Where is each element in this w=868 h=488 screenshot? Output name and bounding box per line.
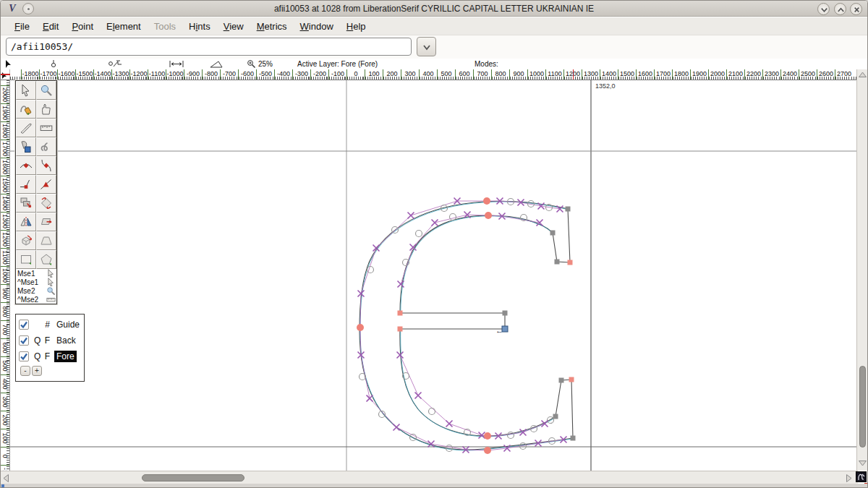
layer-flags[interactable]: # [32,320,51,330]
layer-row-back[interactable]: Q FBack [17,333,84,348]
corner-point[interactable] [559,378,564,383]
outline-path-inner_lower [400,329,556,436]
glyph-name-input[interactable] [6,38,412,56]
corner-point-highlight[interactable] [398,311,403,316]
menu-item-hints[interactable]: Hints [182,19,217,34]
curve-point[interactable] [508,432,514,439]
maximize-button[interactable] [834,3,846,15]
corner-point[interactable] [503,311,508,316]
tool-hvcurve-point[interactable] [36,156,56,175]
control-point-x[interactable] [415,393,422,399]
bottom-strip [1,484,867,488]
scroll-up-icon[interactable] [858,71,867,78]
corner-point[interactable] [571,436,576,441]
tool-skew[interactable] [36,213,56,231]
vertical-scroll-thumb[interactable] [859,366,866,448]
horizontal-scrollbar[interactable] [1,471,858,484]
tool-freehand[interactable] [16,100,36,119]
curve-point[interactable] [367,267,374,273]
layer-flags[interactable]: Q F [32,335,51,346]
tool-hand[interactable] [36,100,56,119]
tool-curve-point[interactable] [16,156,36,175]
corner-point[interactable] [550,231,556,236]
extremum-point[interactable] [357,324,364,331]
extremum-point[interactable] [484,447,491,454]
remove-layer-button[interactable]: - [20,366,30,376]
mouse-binding-mod-mse2[interactable]: ^Mse2 [16,295,56,304]
horizontal-scroll-thumb[interactable] [142,474,244,481]
v-ruler-tick: 1900 [1,103,10,121]
corner-point-icon [20,178,33,191]
tool-scale[interactable] [16,194,36,213]
menu-item-view[interactable]: View [217,19,250,34]
v-ruler-tick: 1100 [1,248,10,266]
mouse-binding-mod-mse1[interactable]: ^Mse1 [16,278,56,286]
close-button[interactable] [850,3,862,15]
curve-point[interactable] [450,214,456,221]
tool-rotate[interactable] [36,194,56,213]
mouse-binding-mse1[interactable]: Mse1 [16,269,56,278]
control-point-x[interactable] [408,213,414,219]
tool-rotate3d[interactable] [16,231,36,250]
glyph-name-dropdown-button[interactable] [417,37,436,56]
corner-point[interactable] [553,414,558,419]
layer-visible-checkbox[interactable] [19,335,29,346]
curve-point[interactable] [429,408,435,415]
tool-ruler[interactable] [36,119,56,137]
layer-name[interactable]: Fore [54,351,77,362]
layer-visible-checkbox[interactable] [19,320,29,330]
menu-item-metrics[interactable]: Metrics [250,19,294,34]
tool-polygon-star[interactable] [36,250,56,269]
extremum-point[interactable] [483,197,490,205]
menu-item-help[interactable]: Help [340,19,373,34]
tool-spiro[interactable] [36,137,56,156]
tool-flip[interactable] [16,213,36,231]
add-layer-button[interactable]: + [32,366,42,376]
menu-item-element[interactable]: Element [100,19,148,34]
tool-pen[interactable] [16,137,36,156]
layer-visible-checkbox[interactable] [19,351,29,361]
tool-perspective[interactable] [36,231,56,250]
curve-point[interactable] [416,231,422,237]
layer-name[interactable]: Guide [54,319,82,330]
tool-corner-point[interactable] [16,175,36,194]
corner-point[interactable] [566,207,571,212]
layer-row-guide[interactable]: #Guide [17,317,84,333]
scroll-down-icon[interactable] [858,460,867,467]
layer-row-fore[interactable]: Q FFore [17,348,84,364]
control-point-x[interactable] [446,421,453,427]
menu-item-file[interactable]: File [8,19,36,34]
tool-pointer[interactable] [16,81,36,100]
vertical-ruler[interactable]: 2000190018001700160015001400130012001100… [1,80,10,471]
check-icon [20,336,28,345]
layer-flags[interactable]: Q F [32,351,51,361]
layer-name[interactable]: Back [54,335,78,346]
scroll-right-icon[interactable] [846,474,853,483]
glyph-canvas[interactable]: ← 1352,0 [10,80,858,471]
menu-item-window[interactable]: Window [294,19,340,34]
tool-tangent-point[interactable] [36,175,56,194]
corner-point[interactable] [555,260,560,265]
mouse-binding-mse2[interactable]: Mse2 [16,286,56,295]
outline-path-bottom_terminal [556,380,573,438]
corner-point-highlight[interactable] [569,377,574,382]
menu-item-point[interactable]: Point [65,19,100,34]
control-point-x[interactable] [393,424,400,431]
tool-rectangle-ellipse[interactable] [16,250,36,269]
corner-point-highlight[interactable] [568,260,573,265]
extremum-point[interactable] [485,212,492,219]
modes-label: Modes: [475,60,498,68]
extremum-point[interactable] [484,432,491,440]
corner-point-highlight[interactable] [398,327,403,332]
menu-item-edit[interactable]: Edit [36,19,65,34]
scroll-left-icon[interactable] [2,474,9,483]
control-point-x[interactable] [432,220,438,226]
mouse-binding-label: Mse2 [17,287,35,295]
title-bar[interactable]: V afii10053 at 1028 from LiberationSerif… [1,1,867,17]
vertical-scrollbar[interactable] [856,69,867,471]
horizontal-ruler[interactable]: -1800-1700-1600-1500-1400-1300-1200-1100… [10,69,858,80]
tool-magnify[interactable] [36,81,56,100]
tool-knife[interactable] [16,119,36,137]
control-point-x[interactable] [367,395,373,402]
minimize-button[interactable] [817,3,830,15]
